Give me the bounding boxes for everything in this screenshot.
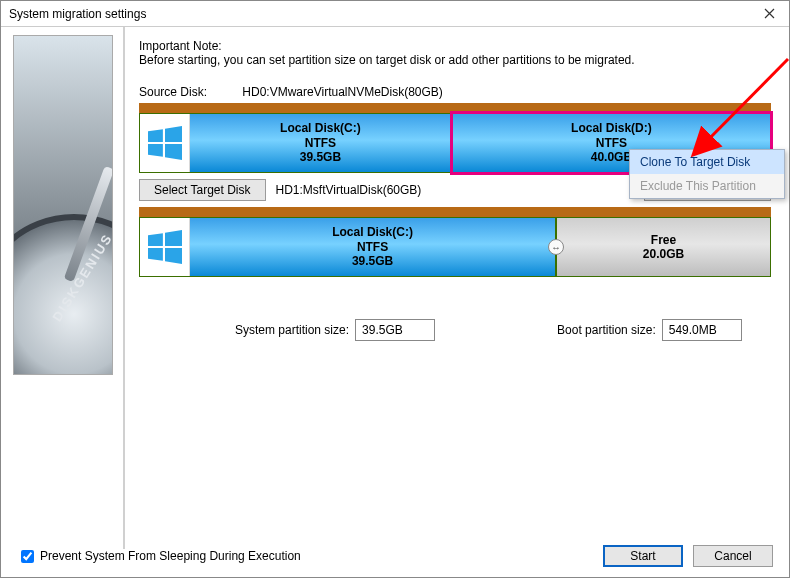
windows-logo-icon	[140, 114, 190, 172]
source-disk-name: HD0:VMwareVirtualNVMeDisk(80GB)	[242, 85, 443, 99]
svg-marker-7	[165, 248, 182, 264]
source-part-0-size: 39.5GB	[190, 150, 451, 164]
target-part-1-title: Free	[557, 233, 770, 247]
svg-marker-6	[148, 248, 163, 261]
partition-resize-handle[interactable]: ↔	[548, 239, 564, 255]
partition-size-row: System partition size: Boot partition si…	[139, 319, 771, 341]
window-title: System migration settings	[9, 7, 749, 21]
start-button[interactable]: Start	[603, 545, 683, 567]
important-note-body: Before starting, you can set partition s…	[139, 53, 771, 67]
disk-illustration: DISKGENIUS	[13, 35, 113, 375]
target-partition-free[interactable]: Free 20.0GB	[556, 217, 771, 277]
target-disk-bar: Local Disk(C:) NTFS 39.5GB ↔ Free 20.0GB	[139, 207, 771, 277]
main-panel: Important Note: Before starting, you can…	[123, 27, 789, 549]
system-partition-size-input[interactable]	[355, 319, 435, 341]
prevent-sleep-label: Prevent System From Sleeping During Exec…	[40, 549, 301, 563]
titlebar: System migration settings	[1, 1, 789, 27]
target-part-1-size: 20.0GB	[557, 247, 770, 261]
system-migration-window: System migration settings DISKGENIUS Imp…	[0, 0, 790, 578]
footer: Prevent System From Sleeping During Exec…	[1, 547, 789, 577]
svg-marker-3	[165, 144, 182, 160]
partition-context-menu: Clone To Target Disk Exclude This Partit…	[629, 149, 785, 199]
source-part-0-fs: NTFS	[190, 136, 451, 150]
cancel-button[interactable]: Cancel	[693, 545, 773, 567]
source-disk-row: Source Disk: HD0:VMwareVirtualNVMeDisk(8…	[139, 85, 771, 99]
target-part-0-title: Local Disk(C:)	[190, 225, 555, 239]
close-icon	[764, 8, 775, 19]
svg-marker-0	[148, 129, 163, 142]
svg-marker-4	[148, 233, 163, 246]
source-part-1-title: Local Disk(D:)	[453, 121, 770, 135]
close-button[interactable]	[749, 1, 789, 27]
source-disk-label: Source Disk:	[139, 85, 239, 99]
target-disk-name: HD1:MsftVirtualDisk(60GB)	[276, 183, 422, 197]
ctx-clone-to-target[interactable]: Clone To Target Disk	[630, 150, 784, 174]
target-partition-c[interactable]: Local Disk(C:) NTFS 39.5GB ↔	[139, 217, 556, 277]
ctx-exclude-partition: Exclude This Partition	[630, 174, 784, 198]
target-part-0-size: 39.5GB	[190, 254, 555, 268]
client-area: DISKGENIUS Important Note: Before starti…	[1, 27, 789, 549]
svg-marker-2	[148, 144, 163, 157]
sidebar: DISKGENIUS	[1, 27, 123, 549]
svg-marker-1	[165, 126, 182, 142]
system-partition-size-label: System partition size:	[235, 323, 349, 337]
prevent-sleep-checkbox[interactable]	[21, 550, 34, 563]
source-partition-c[interactable]: Local Disk(C:) NTFS 39.5GB	[139, 113, 452, 173]
boot-partition-size-label: Boot partition size:	[557, 323, 656, 337]
windows-logo-icon	[140, 218, 190, 276]
svg-marker-5	[165, 230, 182, 246]
target-part-0-fs: NTFS	[190, 240, 555, 254]
boot-partition-size-input[interactable]	[662, 319, 742, 341]
important-note-head: Important Note:	[139, 39, 771, 53]
source-part-0-title: Local Disk(C:)	[190, 121, 451, 135]
select-target-disk-button[interactable]: Select Target Disk	[139, 179, 266, 201]
